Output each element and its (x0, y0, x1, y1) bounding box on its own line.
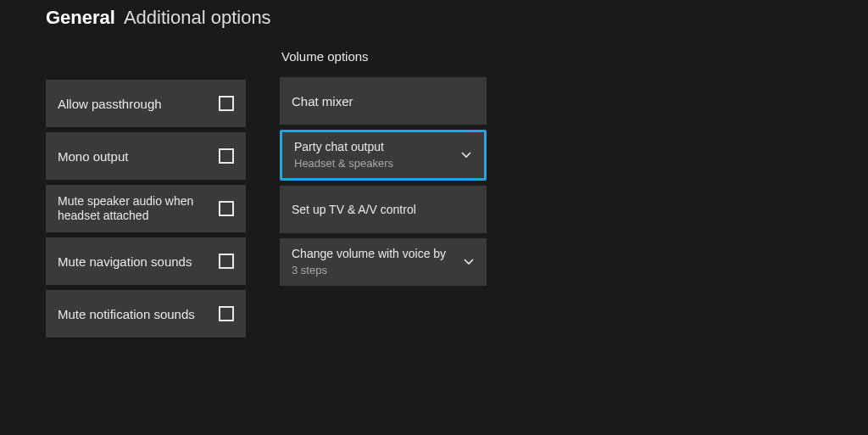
setup-tv-av-label: Set up TV & A/V control (292, 203, 416, 216)
setup-tv-av-button[interactable]: Set up TV & A/V control (280, 186, 487, 233)
mute-speaker-headset-toggle[interactable]: Mute speaker audio when headset attached (46, 185, 246, 232)
volume-options-column: Volume options Chat mixer Party chat out… (280, 49, 487, 343)
checkbox-icon (219, 254, 234, 269)
checkbox-icon (219, 148, 234, 164)
general-options-column: Allow passthrough Mono output Mute speak… (46, 80, 246, 343)
volume-options-title: Volume options (280, 49, 487, 64)
chat-mixer-label: Chat mixer (292, 94, 353, 109)
mono-output-toggle[interactable]: Mono output (46, 132, 246, 180)
change-volume-voice-dropdown[interactable]: Change volume with voice by 3 steps (280, 238, 487, 286)
breadcrumb-general: General (46, 7, 115, 29)
change-volume-voice-value: 3 steps (292, 264, 446, 277)
chevron-down-icon (460, 149, 472, 161)
mute-speaker-headset-label: Mute speaker audio when headset attached (58, 194, 219, 224)
chat-mixer-button[interactable]: Chat mixer (280, 77, 487, 125)
checkbox-icon (219, 306, 234, 321)
mute-notification-sounds-toggle[interactable]: Mute notification sounds (46, 290, 246, 337)
mute-navigation-sounds-toggle[interactable]: Mute navigation sounds (46, 237, 246, 285)
party-chat-output-value: Headset & speakers (294, 157, 393, 170)
breadcrumb: General Additional options (46, 7, 868, 29)
mute-navigation-sounds-label: Mute navigation sounds (58, 254, 192, 269)
allow-passthrough-label: Allow passthrough (58, 97, 162, 111)
change-volume-voice-label: Change volume with voice by (292, 247, 446, 262)
party-chat-output-label: Party chat output (294, 140, 393, 155)
checkbox-icon (219, 201, 234, 216)
mono-output-label: Mono output (58, 149, 128, 164)
checkbox-icon (219, 96, 234, 111)
breadcrumb-additional-options: Additional options (124, 7, 271, 29)
party-chat-output-dropdown[interactable]: Party chat output Headset & speakers (280, 130, 487, 181)
mute-notification-sounds-label: Mute notification sounds (58, 307, 195, 321)
allow-passthrough-toggle[interactable]: Allow passthrough (46, 80, 246, 127)
chevron-down-icon (463, 256, 475, 268)
